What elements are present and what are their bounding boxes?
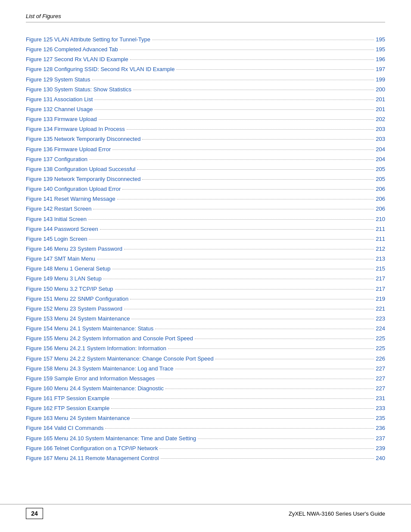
toc-item: Figure 130 System Status: Show Statistic…	[26, 85, 385, 94]
toc-link[interactable]: Figure 145 Login Screen	[26, 235, 87, 243]
toc-page-number: 203	[376, 135, 385, 143]
toc-link[interactable]: Figure 161 FTP Session Example	[26, 394, 109, 403]
toc-link[interactable]: Figure 126 Completed Advanced Tab	[26, 45, 118, 54]
toc-link[interactable]: Figure 139 Network Temporarily Disconnec…	[26, 175, 140, 184]
toc-item: Figure 166 Telnet Configuration on a TCP…	[26, 444, 385, 453]
toc-list: Figure 125 VLAN Attribute Setting for Tu…	[26, 35, 385, 463]
toc-link[interactable]: Figure 137 Configuration	[26, 155, 87, 164]
toc-page-number: 195	[376, 45, 385, 54]
toc-page-number: 203	[376, 125, 385, 134]
toc-page-number: 221	[376, 305, 385, 313]
toc-item: Figure 146 Menu 23 System Password212	[26, 245, 385, 253]
toc-link[interactable]: Figure 163 Menu 24 System Maintenance	[26, 414, 130, 423]
toc-link[interactable]: Figure 125 VLAN Attribute Setting for Tu…	[26, 35, 150, 44]
toc-item: Figure 145 Login Screen211	[26, 235, 385, 243]
toc-item: Figure 154 Menu 24.1 System Maintenance:…	[26, 324, 385, 333]
toc-dots	[93, 209, 374, 209]
toc-page-number: 236	[376, 424, 385, 432]
toc-item: Figure 158 Menu 24.3 System Maintenance:…	[26, 364, 385, 373]
toc-link[interactable]: Figure 143 Initial Screen	[26, 215, 87, 224]
toc-dots	[122, 189, 374, 190]
toc-link[interactable]: Figure 146 Menu 23 System Password	[26, 245, 122, 253]
toc-item: Figure 135 Network Temporarily Disconnec…	[26, 135, 385, 143]
toc-link[interactable]: Figure 130 System Status: Show Statistic…	[26, 85, 131, 94]
toc-page-number: 237	[376, 434, 385, 443]
toc-item: Figure 138 Configuration Upload Successf…	[26, 165, 385, 174]
toc-link[interactable]: Figure 149 Menu 3 LAN Setup	[26, 274, 102, 283]
toc-link[interactable]: Figure 136 Firmware Upload Error	[26, 145, 111, 154]
toc-link[interactable]: Figure 165 Menu 24.10 System Maintenance…	[26, 434, 196, 443]
toc-link[interactable]: Figure 127 Second Rx VLAN ID Example	[26, 55, 128, 64]
toc-link[interactable]: Figure 166 Telnet Configuration on a TCP…	[26, 444, 158, 453]
toc-link[interactable]: Figure 150 Menu 3.2 TCP/IP Setup	[26, 285, 113, 293]
toc-item: Figure 151 Menu 22 SNMP Configuration219	[26, 295, 385, 303]
toc-dots	[165, 389, 374, 389]
toc-dots	[120, 50, 374, 50]
toc-dots	[124, 309, 374, 309]
toc-item: Figure 153 Menu 24 System Maintenance223	[26, 314, 385, 323]
toc-link[interactable]: Figure 129 System Status	[26, 75, 90, 84]
toc-link[interactable]: Figure 138 Configuration Upload Successf…	[26, 165, 135, 174]
toc-link[interactable]: Figure 158 Menu 24.3 System Maintenance:…	[26, 364, 174, 373]
toc-dots	[97, 259, 374, 259]
page-number: 24	[26, 508, 43, 519]
toc-link[interactable]: Figure 141 Reset Warning Message	[26, 195, 115, 203]
toc-item: Figure 141 Reset Warning Message206	[26, 195, 385, 203]
toc-dots	[161, 458, 374, 459]
toc-link[interactable]: Figure 148 Menu 1 General Setup	[26, 264, 111, 273]
toc-link[interactable]: Figure 167 Menu 24.11 Remote Management …	[26, 454, 159, 463]
toc-link[interactable]: Figure 147 SMT Main Menu	[26, 255, 95, 263]
toc-item: Figure 165 Menu 24.10 System Maintenance…	[26, 434, 385, 443]
toc-page-number: 235	[376, 414, 385, 423]
toc-dots	[175, 369, 374, 369]
toc-page-number: 224	[376, 324, 385, 333]
toc-dots	[215, 359, 374, 359]
toc-link[interactable]: Figure 153 Menu 24 System Maintenance	[26, 314, 130, 323]
toc-link[interactable]: Figure 154 Menu 24.1 System Maintenance:…	[26, 324, 153, 333]
toc-item: Figure 152 Menu 23 System Password221	[26, 305, 385, 313]
toc-page-number: 215	[376, 264, 385, 273]
page-container: List of Figures Figure 125 VLAN Attribut…	[0, 0, 411, 532]
toc-page-number: 219	[376, 295, 385, 303]
toc-item: Figure 140 Configuration Upload Error206	[26, 185, 385, 193]
toc-item: Figure 128 Configuring SSID: Second Rx V…	[26, 65, 385, 74]
toc-dots	[89, 239, 374, 240]
toc-dots	[130, 59, 374, 60]
toc-item: Figure 127 Second Rx VLAN ID Example196	[26, 55, 385, 64]
toc-item: Figure 155 Menu 24.2 System Information …	[26, 334, 385, 343]
toc-link[interactable]: Figure 159 Sample Error and Information …	[26, 374, 155, 383]
toc-link[interactable]: Figure 142 Restart Screen	[26, 205, 91, 213]
toc-dots	[112, 149, 374, 150]
toc-link[interactable]: Figure 131 Association List	[26, 95, 93, 104]
toc-link[interactable]: Figure 160 Menu 24.4 System Maintenance:…	[26, 384, 164, 393]
toc-link[interactable]: Figure 128 Configuring SSID: Second Rx V…	[26, 65, 174, 74]
toc-link[interactable]: Figure 132 Channel Usage	[26, 105, 93, 114]
toc-item: Figure 150 Menu 3.2 TCP/IP Setup217	[26, 285, 385, 293]
toc-link[interactable]: Figure 135 Network Temporarily Disconnec…	[26, 135, 140, 143]
toc-link[interactable]: Figure 144 Password Screen	[26, 225, 98, 233]
toc-page-number: 225	[376, 334, 385, 343]
toc-link[interactable]: Figure 156 Menu 24.2.1 System Informatio…	[26, 344, 166, 353]
toc-page-number: 205	[376, 165, 385, 174]
toc-link[interactable]: Figure 164 Valid CI Commands	[26, 424, 103, 432]
toc-link[interactable]: Figure 162 FTP Session Example	[26, 404, 109, 413]
toc-item: Figure 129 System Status199	[26, 75, 385, 84]
toc-link[interactable]: Figure 157 Menu 24.2.2 System Maintenanc…	[26, 355, 214, 363]
toc-page-number: 206	[376, 185, 385, 193]
toc-link[interactable]: Figure 134 Firmware Upload In Process	[26, 125, 125, 134]
toc-page-number: 217	[376, 285, 385, 293]
toc-link[interactable]: Figure 155 Menu 24.2 System Information …	[26, 334, 193, 343]
toc-link[interactable]: Figure 151 Menu 22 SNMP Configuration	[26, 295, 128, 303]
toc-dots	[168, 348, 374, 349]
toc-dots	[131, 418, 374, 419]
toc-item: Figure 164 Valid CI Commands236	[26, 424, 385, 432]
toc-link[interactable]: Figure 140 Configuration Upload Error	[26, 185, 121, 193]
toc-item: Figure 134 Firmware Upload In Process203	[26, 125, 385, 134]
toc-link[interactable]: Figure 133 Firmware Upload	[26, 115, 97, 124]
toc-page-number: 195	[376, 35, 385, 44]
toc-item: Figure 144 Password Screen211	[26, 225, 385, 233]
toc-link[interactable]: Figure 152 Menu 23 System Password	[26, 305, 122, 313]
toc-dots	[137, 169, 374, 170]
toc-dots	[127, 129, 374, 130]
toc-dots	[156, 379, 374, 379]
